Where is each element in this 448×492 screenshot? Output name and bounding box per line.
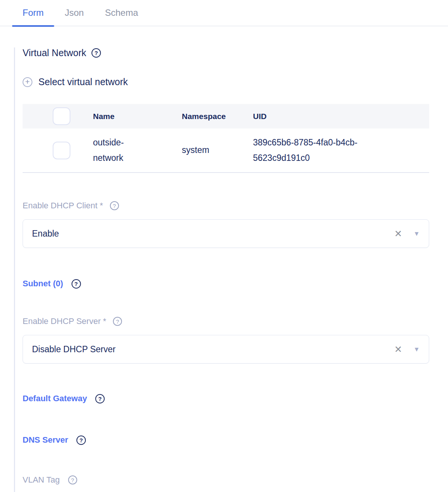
tab-json[interactable]: Json (54, 0, 94, 26)
plus-circle-icon: + (23, 77, 32, 87)
tab-bar: Form Json Schema (0, 0, 448, 26)
help-icon[interactable]: ? (76, 435, 86, 445)
default-gateway-label[interactable]: Default Gateway (23, 394, 87, 403)
dhcp-client-select[interactable]: Enable ✕ ▼ (23, 219, 429, 248)
clear-icon[interactable]: ✕ (391, 343, 405, 356)
vlan-tag-section-header: VLAN Tag ? (23, 475, 429, 485)
clear-icon[interactable]: ✕ (391, 228, 405, 240)
dhcp-server-label: Enable DHCP Server * ? (23, 316, 429, 326)
subnet-section-header: Subnet (0) ? (23, 279, 429, 289)
virtual-network-table: Name Namespace UID outside-network syste… (23, 104, 429, 173)
row-checkbox[interactable] (53, 142, 70, 159)
help-icon[interactable]: ? (68, 475, 77, 484)
table-row[interactable]: outside-network system 389c65b6-8785-4fa… (23, 128, 429, 173)
select-virtual-network-button[interactable]: + Select virtual network (23, 76, 128, 87)
subnet-label[interactable]: Subnet (0) (23, 279, 63, 289)
chevron-down-icon[interactable]: ▼ (413, 346, 420, 353)
cell-namespace: system (174, 142, 245, 158)
table-header-row: Name Namespace UID (23, 104, 429, 128)
help-icon[interactable]: ? (110, 201, 119, 210)
virtual-network-title: Virtual Network ? (23, 47, 429, 58)
column-header-name: Name (85, 112, 174, 121)
select-all-checkbox[interactable] (53, 107, 70, 125)
help-icon[interactable]: ? (113, 317, 122, 326)
dhcp-client-value: Enable (32, 229, 391, 239)
dhcp-server-value: Disable DHCP Server (32, 344, 391, 354)
vlan-tag-label[interactable]: VLAN Tag (23, 475, 60, 485)
cell-uid: 389c65b6-8785-4fa0-b4cb-5623c9d191c0 (245, 135, 429, 166)
help-icon[interactable]: ? (72, 279, 81, 289)
dns-server-label[interactable]: DNS Server (23, 435, 68, 445)
form-content: Virtual Network ? + Select virtual netwo… (14, 47, 448, 492)
column-header-namespace: Namespace (174, 112, 245, 121)
virtual-network-title-label: Virtual Network (23, 47, 86, 58)
default-gateway-section-header: Default Gateway ? (23, 394, 429, 403)
select-virtual-network-label: Select virtual network (38, 76, 128, 87)
dhcp-client-label: Enable DHCP Client * ? (23, 201, 429, 211)
dns-server-section-header: DNS Server ? (23, 435, 429, 445)
tab-schema[interactable]: Schema (94, 0, 149, 26)
tab-form[interactable]: Form (12, 0, 54, 26)
dhcp-server-select[interactable]: Disable DHCP Server ✕ ▼ (23, 335, 429, 364)
column-header-uid: UID (245, 112, 429, 121)
cell-name: outside-network (85, 135, 174, 166)
chevron-down-icon[interactable]: ▼ (413, 231, 420, 237)
help-icon[interactable]: ? (95, 394, 105, 403)
help-icon[interactable]: ? (91, 48, 101, 58)
